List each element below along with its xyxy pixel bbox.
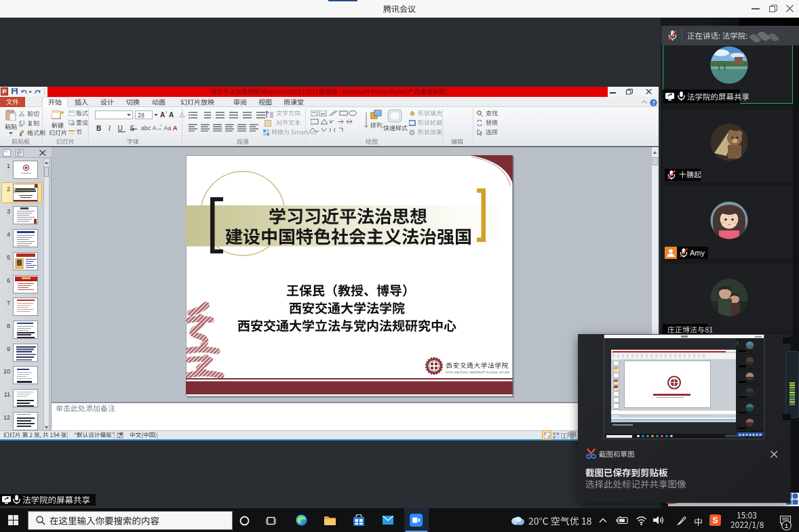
svg-text:?: ? <box>652 100 655 106</box>
svg-text:S: S <box>712 516 718 525</box>
svg-text:1: 1 <box>785 522 788 529</box>
